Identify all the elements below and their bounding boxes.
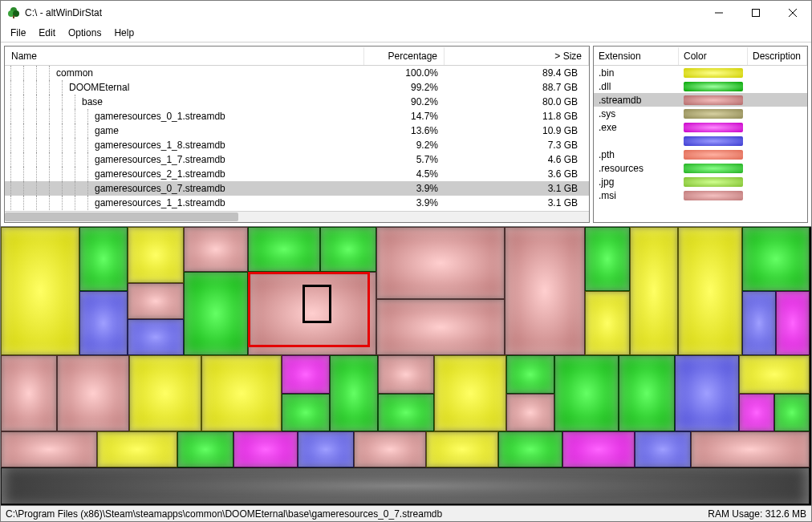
- tree-row[interactable]: DOOMEternal99.2%88.7 GB: [5, 80, 589, 95]
- tree-row[interactable]: common100.0%89.4 GB: [5, 66, 589, 80]
- extension-color-cell: [679, 95, 748, 105]
- column-header-description[interactable]: Description: [748, 47, 807, 65]
- treemap-block[interactable]: [79, 291, 128, 355]
- titlebar[interactable]: C:\ - altWinDirStat: [1, 1, 811, 25]
- menu-options[interactable]: Options: [62, 25, 108, 42]
- treemap-block[interactable]: [378, 394, 434, 431]
- maximize-button[interactable]: [737, 1, 774, 25]
- treemap-block[interactable]: [1, 467, 810, 504]
- extension-row[interactable]: .sys: [594, 107, 807, 120]
- treemap-block[interactable]: [233, 431, 298, 467]
- treemap-block[interactable]: [298, 431, 354, 467]
- scrollbar-thumb[interactable]: [5, 212, 238, 221]
- treemap-block[interactable]: [376, 227, 505, 299]
- tree-row-name: gameresources_1_8.streamdb: [95, 140, 364, 151]
- extension-row[interactable]: .dll: [594, 79, 807, 93]
- tree-row[interactable]: gameresources_0_1.streamdb14.7%11.8 GB: [5, 109, 589, 123]
- extension-list[interactable]: .bin.dll.streamdb.sys.exe.pth.resources.…: [594, 66, 807, 222]
- treemap-block[interactable]: [678, 227, 742, 355]
- extension-color-cell: [679, 68, 748, 78]
- treemap-block[interactable]: [585, 291, 630, 355]
- extension-row[interactable]: .resources: [594, 161, 807, 175]
- treemap-block[interactable]: [498, 431, 562, 467]
- close-button[interactable]: [774, 1, 811, 25]
- column-header-percentage[interactable]: Percentage: [364, 47, 445, 65]
- treemap-block[interactable]: [128, 319, 184, 355]
- treemap-block[interactable]: [128, 283, 184, 319]
- treemap-pane[interactable]: [1, 227, 811, 505]
- horizontal-scrollbar[interactable]: [5, 211, 589, 222]
- extension-name: .streamdb: [594, 95, 679, 106]
- extension-row[interactable]: .msi: [594, 188, 807, 202]
- treemap-block[interactable]: [248, 227, 320, 272]
- tree-row[interactable]: gameresources_1_7.streamdb5.7%4.6 GB: [5, 152, 589, 167]
- treemap-block[interactable]: [434, 355, 506, 431]
- treemap-block[interactable]: [1, 227, 79, 355]
- treemap-block[interactable]: [691, 431, 810, 467]
- treemap-block[interactable]: [739, 394, 774, 431]
- extension-row[interactable]: [594, 134, 807, 148]
- menu-help[interactable]: Help: [108, 25, 140, 42]
- treemap-block[interactable]: [354, 431, 426, 467]
- treemap-block[interactable]: [635, 431, 691, 467]
- treemap-block[interactable]: [57, 355, 129, 431]
- treemap-block[interactable]: [376, 299, 505, 355]
- treemap-block[interactable]: [282, 355, 330, 394]
- column-header-size[interactable]: > Size: [445, 47, 589, 65]
- treemap-block[interactable]: [97, 431, 177, 467]
- tree-row[interactable]: gameresources_1_1.streamdb3.9%3.1 GB: [5, 196, 589, 210]
- treemap-block[interactable]: [201, 355, 282, 431]
- tree-row-size: 3.6 GB: [445, 168, 589, 180]
- column-header-color[interactable]: Color: [679, 47, 748, 65]
- color-swatch: [684, 82, 743, 91]
- minimize-button[interactable]: [700, 1, 737, 25]
- tree-row[interactable]: gameresources_0_7.streamdb3.9%3.1 GB: [5, 181, 589, 196]
- extension-column-headers: Extension Color Description: [594, 47, 807, 66]
- tree-row[interactable]: gameresources_2_1.streamdb4.5%3.6 GB: [5, 167, 589, 181]
- treemap-block[interactable]: [554, 355, 619, 431]
- extension-row[interactable]: .jpg: [594, 175, 807, 188]
- tree-row[interactable]: base90.2%80.0 GB: [5, 95, 589, 109]
- extension-row[interactable]: .pth: [594, 148, 807, 161]
- treemap-block[interactable]: [129, 355, 201, 431]
- treemap-block[interactable]: [506, 394, 554, 431]
- treemap-block[interactable]: [330, 355, 378, 431]
- treemap-block[interactable]: [776, 291, 810, 355]
- extension-row[interactable]: .exe: [594, 120, 807, 134]
- treemap-block[interactable]: [1, 431, 97, 467]
- treemap-block[interactable]: [675, 355, 739, 431]
- treemap-block[interactable]: [585, 227, 630, 291]
- treemap-block[interactable]: [128, 227, 184, 283]
- treemap-block[interactable]: [1, 355, 57, 431]
- tree-body[interactable]: common100.0%89.4 GBDOOMEternal99.2%88.7 …: [5, 66, 589, 211]
- menu-file[interactable]: File: [4, 25, 32, 42]
- tree-row[interactable]: game13.6%10.9 GB: [5, 123, 589, 138]
- treemap-block[interactable]: [378, 355, 434, 394]
- treemap-block[interactable]: [739, 355, 810, 394]
- tree-row-percentage: 4.5%: [364, 168, 445, 180]
- tree-row-percentage: 90.2%: [364, 96, 445, 107]
- treemap-block[interactable]: [282, 394, 330, 431]
- treemap-block[interactable]: [426, 431, 498, 467]
- treemap-block[interactable]: [630, 227, 678, 355]
- treemap-block[interactable]: [742, 291, 776, 355]
- file-tree-pane: Name Percentage > Size common100.0%89.4 …: [4, 46, 590, 223]
- treemap-block[interactable]: [742, 227, 810, 291]
- treemap-block[interactable]: [505, 227, 585, 355]
- treemap-block[interactable]: [619, 355, 675, 431]
- treemap-block[interactable]: [320, 227, 376, 272]
- color-swatch: [684, 191, 743, 200]
- column-header-extension[interactable]: Extension: [594, 47, 679, 65]
- extension-row[interactable]: .bin: [594, 66, 807, 79]
- treemap-block[interactable]: [79, 227, 128, 291]
- treemap-block[interactable]: [184, 227, 248, 272]
- extension-row[interactable]: .streamdb: [594, 93, 807, 107]
- column-header-name[interactable]: Name: [5, 47, 364, 65]
- treemap-block[interactable]: [562, 431, 635, 467]
- menu-edit[interactable]: Edit: [32, 25, 62, 42]
- treemap-block[interactable]: [774, 394, 810, 431]
- treemap-block[interactable]: [177, 431, 233, 467]
- treemap-block[interactable]: [506, 355, 554, 394]
- tree-row[interactable]: gameresources_1_8.streamdb9.2%7.3 GB: [5, 138, 589, 152]
- treemap-block[interactable]: [184, 272, 248, 355]
